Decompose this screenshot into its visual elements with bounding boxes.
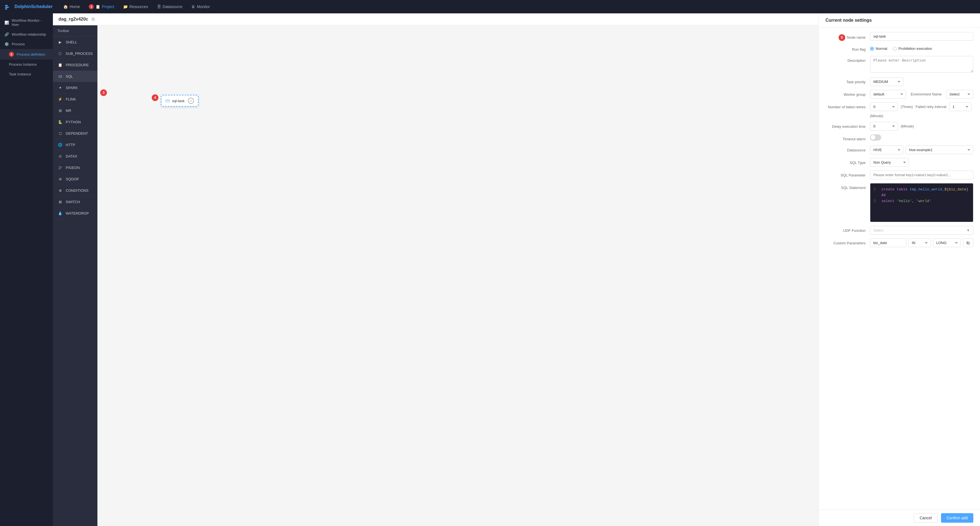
switch-icon: ⊠ (57, 199, 63, 205)
workflow-monitor-icon: 📊 (5, 21, 9, 25)
nav-datasource[interactable]: 🗄 Datasource (153, 3, 186, 11)
canvas-sql-node[interactable]: 🗃 sql-task + (161, 95, 199, 106)
sql-type-select[interactable]: Non Query (870, 158, 909, 167)
panel-footer: Cancel Confirm add (819, 510, 980, 526)
radio-normal-dot (870, 47, 874, 51)
worker-group-select[interactable]: default (870, 90, 906, 99)
toolbar-item-mr[interactable]: ⊞ MR (53, 105, 97, 116)
run-flag-prohibition[interactable]: Prohibition execution (893, 46, 932, 51)
nav-resources[interactable]: 📁 Resources (119, 3, 152, 11)
param-value-input[interactable] (963, 238, 973, 247)
sql-line-2: 2 select 'hello', 'world' (873, 199, 970, 204)
delay-control: 0 (Minute) (870, 122, 973, 130)
sql-param-input[interactable] (870, 171, 973, 179)
node-name-input[interactable] (870, 32, 973, 41)
delay-unit-label: (Minute) (900, 124, 914, 128)
param-name-input[interactable] (870, 238, 906, 247)
sql-editor[interactable]: 1 create table tmp_hello_world_${biz_dat… (870, 183, 973, 222)
toolbar-item-waterdrop[interactable]: 💧 WATERDROP (53, 208, 97, 219)
node-sql-icon: 🗃 (165, 98, 170, 103)
toolbar-item-python[interactable]: 🐍 PYTHON (53, 116, 97, 128)
udf-select[interactable]: Select ▼ (870, 226, 973, 235)
toolbar-item-subprocess[interactable]: ⬡ SUB_PROCESS (53, 48, 97, 59)
monitor-icon: 🖥 (191, 5, 195, 9)
shell-icon: ▶ (57, 39, 63, 45)
sql-statement-label: SQL Statement (826, 183, 870, 191)
step-4-badge: 4 (152, 94, 158, 101)
conditions-icon: ⊛ (57, 188, 63, 193)
retry-interval-label: Failed retry interval (916, 105, 947, 109)
canvas-main[interactable]: 3 4 🗃 sql-task + (97, 25, 819, 526)
subprocess-icon: ⬡ (57, 51, 63, 56)
udf-chevron-icon: ▼ (966, 228, 970, 232)
toolbar-panel: Toolbar ▶ SHELL ⬡ SUB_PROCESS 📋 PROCEDUR… (53, 25, 97, 526)
nav-project[interactable]: 1 📋 Project (85, 3, 118, 11)
nav-monitor[interactable]: 🖥 Monitor (188, 3, 214, 11)
failed-retries-label: Number of failed retries (826, 102, 870, 110)
datasource-type-select[interactable]: HIVE (870, 146, 904, 154)
sidebar-item-workflow-monitor[interactable]: 📊 Workflow Monitor - hive- (0, 16, 53, 30)
copy-icon[interactable]: ⧉ (92, 17, 95, 22)
project-icon: 📋 (95, 5, 100, 9)
delay-select[interactable]: 0 (870, 122, 898, 130)
node-add-button[interactable]: + (188, 98, 194, 104)
toolbar-item-spark[interactable]: ✦ SPARK (53, 82, 97, 94)
sql-statement-row: SQL Statement 1 create table tmp_hello_w… (826, 183, 973, 222)
description-input[interactable] (870, 56, 973, 73)
sidebar-item-task-instance[interactable]: Task Instance (0, 69, 53, 79)
toolbar-item-sqoop[interactable]: ⊚ SQOOP (53, 173, 97, 185)
sql-statement-control: 1 create table tmp_hello_world_${biz_dat… (870, 183, 973, 222)
dag-title: dag_rg2v420c (59, 17, 88, 22)
svg-rect-2 (5, 8, 7, 10)
dependent-icon: ⬡ (57, 130, 63, 136)
node-name-control (870, 32, 973, 41)
toolbar-item-dependent[interactable]: ⬡ DEPENDENT (53, 128, 97, 139)
failed-retries-select[interactable]: 0 (870, 102, 898, 111)
udf-placeholder: Select (873, 228, 883, 232)
node-name-row: 5 Node name (826, 32, 973, 41)
sidebar-item-process-definition[interactable]: 2 Process definition (0, 49, 53, 60)
sidebar-item-process[interactable]: ⚙️ Process (0, 39, 53, 49)
sidebar-item-workflow-relationship[interactable]: 🔗 Workflow relationship (0, 30, 53, 39)
worker-group-label: Worker group (826, 90, 870, 97)
task-priority-control: MEDIUM (870, 77, 973, 86)
toolbar-item-switch[interactable]: ⊠ SWITCH (53, 196, 97, 208)
cancel-button[interactable]: Cancel (914, 513, 938, 523)
timeout-control (870, 134, 973, 141)
param-direction-select[interactable]: IN (908, 238, 931, 247)
toolbar-item-sql[interactable]: 🗃 SQL (53, 71, 97, 82)
datax-icon: ⊙ (57, 153, 63, 159)
env-name-select[interactable]: Select (946, 90, 973, 99)
node-label: sql-task (172, 99, 185, 103)
toolbar-item-datax[interactable]: ⊙ DATAX (53, 151, 97, 162)
toolbar-item-flink[interactable]: ⚡ FLINK (53, 94, 97, 105)
timeout-toggle[interactable] (870, 134, 881, 141)
task-priority-select[interactable]: MEDIUM (870, 77, 904, 86)
run-flag-row: Run flag Normal Prohibition execution (826, 45, 973, 52)
param-type-select[interactable]: LONG (933, 238, 961, 247)
datasource-name-select[interactable]: hive-example1 (906, 146, 973, 154)
main-layout: 📊 Workflow Monitor - hive- 🔗 Workflow re… (0, 13, 980, 526)
datasource-control: HIVE hive-example1 (870, 146, 973, 154)
udf-row: UDF Function Select ▼ (826, 226, 973, 235)
content-area: dag_rg2v420c ⧉ Toolbar ▶ SHELL ⬡ SUB_PRO… (53, 13, 819, 526)
toolbar-item-http[interactable]: 🌐 HTTP (53, 139, 97, 151)
step-3-badge: 3 (100, 89, 107, 96)
toolbar-item-pigeon[interactable]: 🕊 PIGEON (53, 162, 97, 173)
run-flag-normal[interactable]: Normal (870, 46, 887, 51)
nav-home[interactable]: 🏠 Home (59, 3, 84, 11)
toolbar-item-shell[interactable]: ▶ SHELL (53, 37, 97, 48)
retry-interval-select[interactable]: 1 (949, 102, 971, 111)
toolbar-item-conditions[interactable]: ⊛ CONDITIONS (53, 185, 97, 196)
panel-header: Current node settings (819, 13, 980, 27)
python-icon: 🐍 (57, 119, 63, 125)
toolbar-title: Toolbar (53, 25, 97, 37)
sidebar-item-process-instance[interactable]: Process Instance (0, 60, 53, 69)
app-logo: DolphinScheduler (5, 3, 52, 11)
toolbar-item-procedure[interactable]: 📋 PROCEDURE (53, 59, 97, 71)
confirm-add-button[interactable]: Confirm add (941, 513, 973, 523)
svg-rect-0 (5, 5, 8, 6)
top-nav: DolphinScheduler 🏠 Home 1 📋 Project 📁 Re… (0, 0, 980, 13)
timeout-row: Timeout alarm (826, 134, 973, 141)
description-label: Description (826, 56, 870, 63)
